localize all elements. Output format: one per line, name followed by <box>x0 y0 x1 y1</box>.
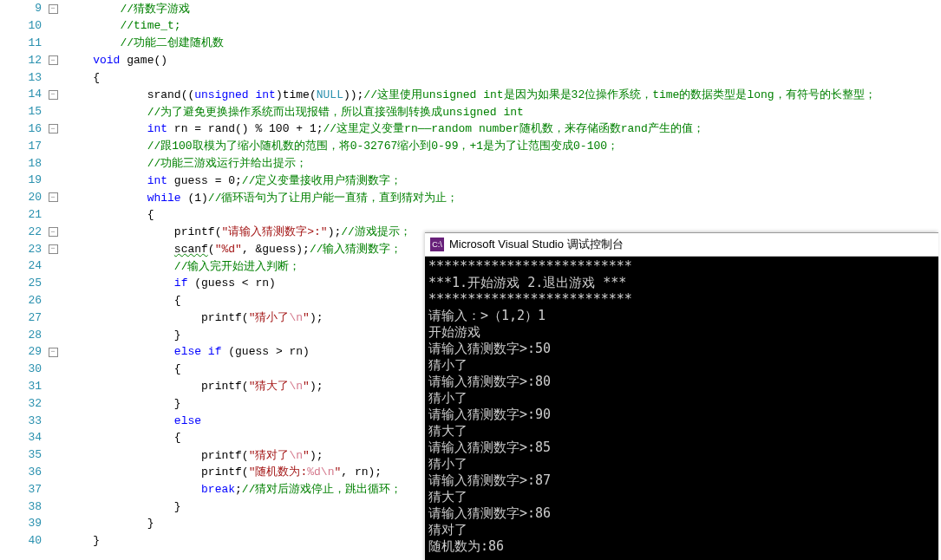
token-ident: printf <box>201 449 242 462</box>
code-content[interactable]: } <box>64 517 154 530</box>
code-content[interactable]: srand((unsigned int)time(NULL));//这里使用un… <box>64 87 876 102</box>
code-line[interactable]: 13 { <box>0 68 941 86</box>
code-content[interactable]: else <box>64 414 201 427</box>
code-content[interactable]: //time_t; <box>64 19 181 32</box>
fold-toggle-icon[interactable]: − <box>49 348 58 357</box>
outline-margin[interactable]: − <box>47 192 59 203</box>
code-content[interactable]: { <box>64 294 181 307</box>
code-content[interactable]: printf("猜大了\n"); <box>64 378 323 394</box>
outline-margin[interactable]: − <box>47 347 59 357</box>
token-punct: rn = <box>167 122 208 135</box>
outline-margin[interactable]: − <box>47 244 59 254</box>
code-line[interactable]: 12− void game() <box>0 51 941 68</box>
code-content[interactable]: if (guess < rn) <box>64 277 276 290</box>
token-null: NULL <box>317 88 343 101</box>
code-content[interactable]: } <box>64 534 100 547</box>
token-keyword: int <box>147 174 167 187</box>
code-content[interactable]: //跟100取模为了缩小随机数的范围，将0-32767缩小到0-99，+1是为了… <box>64 138 618 153</box>
outline-margin[interactable]: − <box>47 55 59 66</box>
code-content[interactable]: //猜数字游戏 <box>64 1 190 16</box>
fold-toggle-icon[interactable]: − <box>49 4 58 14</box>
token-string: "%d" <box>215 243 242 256</box>
line-number: 24 <box>0 259 47 272</box>
fold-toggle-icon[interactable]: − <box>49 90 58 100</box>
code-content[interactable]: //输入完开始进入判断； <box>64 258 300 274</box>
code-content[interactable]: } <box>64 397 181 410</box>
token-keyword: else <box>174 345 201 358</box>
code-content[interactable]: { <box>64 362 181 375</box>
token-punct: ); <box>310 449 323 462</box>
code-content[interactable]: int guess = 0;//定义变量接收用户猜测数字； <box>64 173 402 188</box>
line-number: 25 <box>0 277 47 290</box>
code-content[interactable]: } <box>64 329 181 342</box>
code-content[interactable]: printf("猜小了\n"); <box>64 309 323 325</box>
fold-toggle-icon[interactable]: − <box>49 192 58 202</box>
token-string: "猜大了 <box>249 380 290 393</box>
outline-margin[interactable]: − <box>47 3 59 14</box>
line-number: 33 <box>0 414 47 427</box>
code-line[interactable]: 17 //跟100取模为了缩小随机数的范围，将0-32767缩小到0-99，+1… <box>0 137 941 154</box>
code-content[interactable]: while (1)//循环语句为了让用户能一直猜，直到猜对为止； <box>64 190 458 205</box>
line-number: 35 <box>0 448 47 461</box>
code-line[interactable]: 9− //猜数字游戏 <box>0 0 941 17</box>
code-line[interactable]: 16− int rn = rand() % 100 + 1;//这里定义变量rn… <box>0 120 941 138</box>
code-content[interactable]: { <box>64 208 154 221</box>
fold-toggle-icon[interactable]: − <box>49 227 58 237</box>
code-line[interactable]: 14− srand((unsigned int)time(NULL));//这里… <box>0 86 941 103</box>
token-punct: } <box>147 517 154 530</box>
token-punct: )); <box>343 88 363 101</box>
code-content[interactable]: //功能二创建随机数 <box>64 35 224 50</box>
fold-toggle-icon[interactable]: − <box>49 124 58 133</box>
code-line[interactable]: 10 //time_t; <box>0 17 941 35</box>
code-content[interactable]: void game() <box>64 54 167 67</box>
token-keyword: int <box>147 122 167 135</box>
code-line[interactable]: 11 //功能二创建随机数 <box>0 35 941 52</box>
token-identU: scanf <box>174 243 208 256</box>
code-content[interactable]: //功能三游戏运行并给出提示； <box>64 155 307 171</box>
code-content[interactable]: break;//猜对后游戏停止，跳出循环； <box>64 481 402 497</box>
fold-toggle-icon[interactable]: − <box>49 244 58 254</box>
token-comment: //猜数字游戏 <box>120 3 190 16</box>
code-content[interactable]: int rn = rand() % 100 + 1;//这里定义变量rn——ra… <box>64 120 704 136</box>
outline-margin[interactable]: − <box>47 89 59 100</box>
token-punct: ( <box>310 88 317 101</box>
line-number: 12 <box>0 54 47 67</box>
token-comment: //这里使用unsigned int是因为如果是32位操作系统，time的数据类… <box>363 88 875 101</box>
token-comment: //为了避免更换操作系统而出现报错，所以直接强制转换成unsigned int <box>147 106 524 119</box>
token-keyword: else <box>174 414 201 427</box>
token-ident: srand <box>147 88 181 101</box>
code-line[interactable]: 21 { <box>0 206 941 224</box>
code-line[interactable]: 19 int guess = 0;//定义变量接收用户猜测数字； <box>0 172 941 189</box>
token-punct: (guess > rn) <box>221 345 309 358</box>
code-content[interactable]: { <box>64 71 100 84</box>
console-output: ************************** ***1.开始游戏 2.退… <box>425 257 938 557</box>
token-punct: } <box>93 534 100 547</box>
token-punct: guess = 0; <box>167 174 242 187</box>
code-line[interactable]: 20− while (1)//循环语句为了让用户能一直猜，直到猜对为止； <box>0 189 941 206</box>
fold-toggle-icon[interactable]: − <box>49 55 58 65</box>
code-line[interactable]: 15 //为了避免更换操作系统而出现报错，所以直接强制转换成unsigned i… <box>0 103 941 120</box>
console-titlebar[interactable]: C:\ Microsoft Visual Studio 调试控制台 <box>425 233 938 257</box>
line-number: 40 <box>0 534 47 547</box>
line-number: 36 <box>0 466 47 479</box>
code-content[interactable]: printf("猜对了\n"); <box>64 447 323 463</box>
code-content[interactable]: //为了避免更换操作系统而出现报错，所以直接强制转换成unsigned int <box>64 104 524 120</box>
code-content[interactable]: else if (guess > rn) <box>64 345 310 358</box>
code-content[interactable]: scanf("%d", &guess);//输入猜测数字； <box>64 241 402 257</box>
code-content[interactable]: } <box>64 500 181 513</box>
code-line[interactable]: 18 //功能三游戏运行并给出提示； <box>0 154 941 172</box>
token-comment: //time_t; <box>120 19 180 32</box>
token-punct: { <box>174 294 181 307</box>
code-content[interactable]: printf("请输入猜测数字>:");//游戏提示； <box>64 224 411 239</box>
token-comment: //输入完开始进入判断； <box>174 260 301 273</box>
code-content[interactable]: { <box>64 431 181 444</box>
outline-margin[interactable]: − <box>47 124 59 134</box>
outline-margin[interactable]: − <box>47 227 59 238</box>
token-string: "随机数为: <box>249 466 308 479</box>
console-title-text: Microsoft Visual Studio 调试控制台 <box>449 237 624 252</box>
line-number: 20 <box>0 191 47 204</box>
token-punct: () % 100 + 1; <box>235 122 323 135</box>
token-string: " <box>303 449 310 462</box>
token-string: "猜对了 <box>249 449 290 462</box>
code-content[interactable]: printf("随机数为:%d\n", rn); <box>64 464 382 479</box>
